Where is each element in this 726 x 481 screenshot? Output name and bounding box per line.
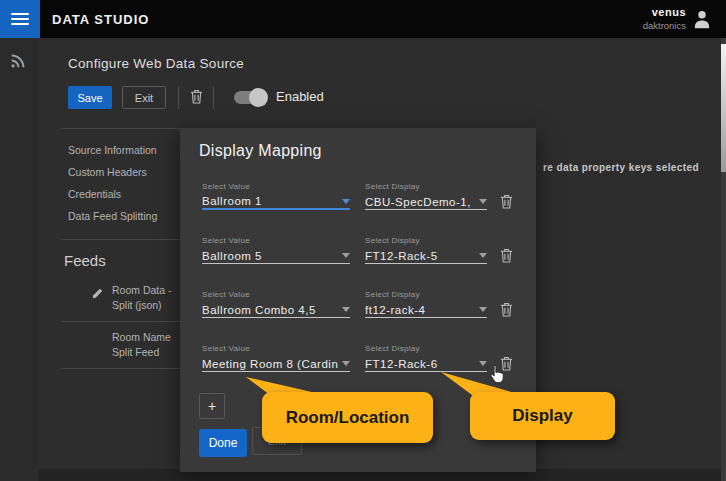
mapping-row: Select Value Ballroom 5 Select Display F… (202, 236, 517, 276)
nav-item-source-information[interactable]: Source Information (68, 139, 186, 161)
select-value-field: Select Value Meeting Room 8 (Cardin… (202, 344, 350, 372)
vertical-scrollbar[interactable] (721, 38, 726, 481)
user-org: daktronics (643, 20, 686, 31)
enabled-toggle[interactable] (234, 91, 266, 104)
user-avatar-icon[interactable] (692, 8, 712, 34)
settings-panel: Source Information Custom Headers Creden… (62, 128, 186, 369)
left-sidebar (0, 38, 38, 481)
hamburger-menu-button[interactable] (0, 0, 40, 38)
nav-item-data-feed-splitting[interactable]: Data Feed Splitting (68, 205, 186, 227)
select-display-field: Select Display FT12-Rack-5 (365, 236, 487, 264)
select-value-dropdown[interactable]: Meeting Room 8 (Cardin… (202, 356, 350, 372)
chevron-down-icon (479, 253, 487, 258)
select-display-dropdown[interactable]: ft12-rack-4 (365, 302, 487, 318)
enabled-toggle-label: Enabled (276, 89, 324, 104)
app-title: DATA STUDIO (52, 12, 149, 27)
select-value-field: Select Value Ballroom Combo 4,5 (202, 290, 350, 318)
exit-button[interactable]: Exit (122, 86, 166, 109)
select-display-field: Select Display CBU-SpecDemo-1, … (365, 182, 487, 210)
toggle-knob-icon (249, 88, 268, 107)
background-status-text: re data property keys selected (543, 162, 699, 173)
select-value-field: Select Value Ballroom 5 (202, 236, 350, 264)
scrollbar-thumb[interactable] (721, 44, 726, 172)
select-value-dropdown[interactable]: Ballroom 1 (202, 194, 350, 210)
hand-cursor-icon (489, 364, 505, 388)
select-display-label: Select Display (365, 182, 487, 191)
trash-icon (500, 251, 513, 266)
delete-row-button[interactable] (497, 248, 515, 266)
callout-display: Display (470, 392, 615, 440)
select-display-dropdown[interactable]: FT12-Rack-5 (365, 248, 487, 264)
trash-icon (500, 305, 513, 320)
select-value-field: Select Value Ballroom 1 (202, 182, 350, 210)
select-value-dropdown[interactable]: Ballroom 5 (202, 248, 350, 264)
hamburger-menu-icon (11, 13, 29, 15)
feed-item-room-name-split[interactable]: Room Name Split Feed (62, 322, 186, 369)
settings-nav: Source Information Custom Headers Creden… (62, 128, 186, 239)
select-value-dropdown[interactable]: Ballroom Combo 4,5 (202, 302, 350, 318)
modal-title: Display Mapping (199, 142, 322, 160)
select-value-label: Select Value (202, 182, 350, 191)
trash-icon (500, 197, 513, 212)
rss-feed-icon (9, 56, 27, 73)
save-button[interactable]: Save (68, 86, 112, 109)
chevron-down-icon (479, 307, 487, 312)
mapping-row: Select Value Ballroom Combo 4,5 Select D… (202, 290, 517, 330)
pencil-edit-icon (92, 283, 106, 313)
nav-item-custom-headers[interactable]: Custom Headers (68, 161, 186, 183)
callout-room-location: Room/Location (262, 392, 433, 443)
select-display-field: Select Display ft12-rack-4 (365, 290, 487, 318)
feed-label: Room Data - Split (json) (112, 283, 186, 313)
add-mapping-button[interactable]: + (199, 393, 225, 419)
feed-item-room-data-split[interactable]: Room Data - Split (json) (62, 275, 186, 322)
delete-row-button[interactable] (497, 194, 515, 212)
feeds-title: Feeds (62, 252, 186, 269)
nav-item-credentials[interactable]: Credentials (68, 183, 186, 205)
page-title: Configure Web Data Source (68, 56, 244, 71)
sidebar-item-feeds[interactable] (9, 52, 29, 72)
top-bar: DATA STUDIO venus daktronics (0, 0, 726, 38)
chevron-down-icon (342, 361, 350, 366)
chevron-down-icon (479, 199, 487, 204)
chevron-down-icon (342, 307, 350, 312)
chevron-down-icon (342, 199, 350, 204)
user-block[interactable]: venus daktronics (643, 6, 686, 31)
select-display-field: Select Display FT12-Rack-6 (365, 344, 487, 372)
trash-icon (190, 89, 203, 107)
user-name: venus (643, 6, 686, 18)
feeds-section: Feeds Room Data - Split (json) Room Name… (62, 239, 186, 369)
done-button[interactable]: Done (199, 429, 247, 457)
feed-label: Room Name Split Feed (112, 330, 186, 360)
chevron-down-icon (342, 253, 350, 258)
delete-row-button[interactable] (497, 302, 515, 320)
mapping-row: Select Value Ballroom 1 Select Display C… (202, 182, 517, 222)
select-display-dropdown[interactable]: CBU-SpecDemo-1, … (365, 194, 487, 210)
chevron-down-icon (479, 361, 487, 366)
delete-source-button[interactable] (178, 86, 214, 109)
